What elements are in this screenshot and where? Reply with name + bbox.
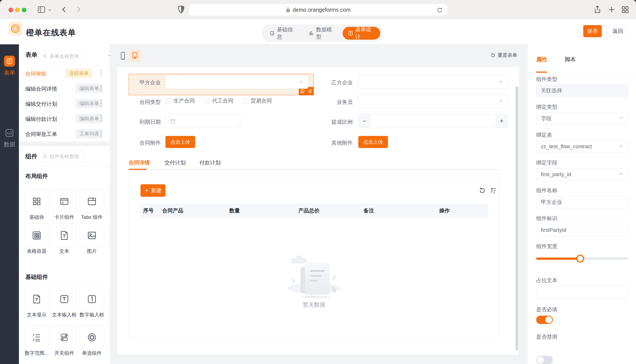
save-button[interactable]: 保存	[583, 25, 602, 37]
form-list-item[interactable]: 编辑合同详情 编辑表单	[19, 80, 110, 96]
tab-contract-detail[interactable]: 合同详情	[129, 159, 150, 166]
more-actions-icon[interactable]	[97, 130, 105, 137]
disabled-toggle[interactable]	[536, 356, 553, 364]
column-settings-icon[interactable]	[490, 187, 497, 195]
component-width-slider[interactable]	[536, 258, 628, 260]
components-panel: 组件 布局组件 基础块 卡片组件 Tabs	[19, 146, 110, 364]
rail-item-forms[interactable]: 表单	[0, 56, 19, 77]
commission-number-input[interactable]: − +	[358, 114, 508, 128]
mobile-preview-icon[interactable]	[119, 51, 127, 61]
form-list-item[interactable]: 编辑付款计划 编辑表单	[19, 111, 110, 126]
back-button-icon[interactable]	[60, 5, 68, 14]
bind-table-select[interactable]: zz_test_flow_contract	[536, 140, 628, 153]
component-name-input[interactable]	[536, 196, 628, 208]
field-label-due-date: 到期日期	[134, 118, 161, 126]
first-party-select[interactable]	[165, 75, 308, 89]
component-table-container[interactable]	[25, 223, 49, 248]
radio-label: 贸易合同	[251, 97, 272, 104]
tab-data-model[interactable]: 数据模型	[303, 27, 341, 40]
component-text[interactable]	[52, 223, 76, 248]
bind-table-value: zz_test_flow_contract	[541, 144, 592, 150]
zoom-window-button[interactable]	[22, 8, 26, 12]
reload-icon[interactable]	[436, 6, 443, 15]
create-row-button[interactable]: 新建	[140, 184, 165, 197]
tab-payment-plan[interactable]: 付款计划	[199, 159, 221, 166]
radio-option[interactable]: 代工合同	[204, 97, 233, 104]
form-list-item[interactable]: 合同审批 流程表单	[19, 66, 110, 80]
tab-script[interactable]: 脚本	[564, 56, 576, 64]
text-display-icon	[31, 294, 42, 304]
chevron-down-icon[interactable]	[48, 8, 52, 13]
close-window-button[interactable]	[9, 8, 13, 12]
desktop-preview-toggle[interactable]	[129, 49, 141, 62]
forward-button-icon[interactable]	[74, 5, 82, 14]
component-type-label: 组件类型	[536, 76, 557, 83]
component-radio[interactable]	[80, 325, 104, 350]
form-list-item[interactable]: 合同审批工单 工单列表	[19, 126, 110, 141]
component-card[interactable]	[52, 189, 76, 214]
due-date-input[interactable]	[165, 114, 240, 128]
sidebar-toggle-icon[interactable]	[37, 5, 46, 15]
decrease-icon[interactable]: −	[358, 114, 370, 128]
more-actions-icon[interactable]	[97, 84, 105, 92]
rail-item-data[interactable]: 数据	[0, 128, 19, 148]
component-text-input[interactable]	[52, 287, 76, 311]
form-sheet: 甲方企业 乙方企业 合同类型 生产合同 代工合同 贸易合同 业务员	[117, 67, 519, 354]
active-tab-underline	[129, 169, 147, 170]
component-image[interactable]	[80, 223, 104, 248]
left-panel: 表单 合同审批 流程表单 编辑合同详情 编辑表单	[19, 44, 110, 364]
reset-form-button[interactable]: 重置表单	[490, 52, 517, 58]
radio-option[interactable]: 贸易合同	[243, 97, 272, 104]
canvas-scrollbar[interactable]	[516, 86, 518, 351]
placeholder-text-input[interactable]	[536, 286, 628, 298]
side-rail: 表单 数据	[0, 44, 19, 364]
radio-option[interactable]: 生产合同	[166, 97, 195, 104]
back-button[interactable]: 返回	[608, 25, 628, 37]
salesman-select[interactable]	[358, 94, 508, 108]
component-label: 文本	[49, 248, 79, 254]
tab-overview-icon[interactable]	[621, 5, 629, 15]
bind-field-select[interactable]: first_party_id	[536, 168, 628, 181]
refresh-table-icon[interactable]	[479, 187, 486, 195]
privacy-shield-icon[interactable]	[176, 4, 186, 15]
component-basic-block[interactable]	[25, 189, 49, 214]
component-number-input[interactable]	[80, 287, 104, 311]
form-search-input[interactable]	[50, 54, 82, 59]
delete-icon[interactable]	[308, 89, 313, 94]
tab-properties[interactable]: 属性	[536, 56, 547, 64]
component-tabs[interactable]	[80, 189, 104, 214]
component-text-display[interactable]	[25, 287, 49, 311]
required-toggle[interactable]	[536, 316, 553, 324]
search-icon	[42, 54, 48, 59]
component-type-input	[536, 84, 628, 97]
component-id-label: 组件标识	[536, 215, 557, 222]
component-label: 单选组件	[77, 350, 107, 356]
tab-label: 数据模型	[316, 26, 336, 40]
number-input-icon	[87, 294, 97, 304]
slider-handle[interactable]	[576, 255, 584, 262]
other-upload-button[interactable]: 点击上传	[358, 136, 388, 148]
component-number-range[interactable]: 12	[25, 325, 49, 350]
increase-icon[interactable]: +	[496, 114, 507, 128]
contract-upload-button[interactable]: 点击上传	[165, 136, 195, 148]
main-area: 表单 数据 表单	[0, 44, 636, 364]
more-actions-icon[interactable]	[97, 114, 105, 122]
minimize-window-button[interactable]	[15, 8, 20, 12]
tab-form-design[interactable]: 表单设计	[343, 27, 380, 40]
component-search-input[interactable]	[50, 154, 82, 159]
create-row-label: 新建	[151, 187, 162, 194]
new-tab-icon[interactable]	[607, 5, 616, 15]
copy-icon[interactable]	[300, 89, 305, 94]
address-bar[interactable]: demo.orangeforms.com	[189, 4, 448, 16]
second-party-select[interactable]	[358, 75, 508, 89]
more-actions-icon[interactable]	[97, 100, 105, 107]
share-icon[interactable]	[593, 5, 602, 15]
tab-basic-info[interactable]: 基础信息	[264, 27, 302, 40]
component-id-input[interactable]	[536, 224, 628, 236]
tab-label: 基础信息	[277, 26, 297, 40]
tab-delivery-plan[interactable]: 交付计划	[164, 159, 186, 166]
more-actions-icon[interactable]	[97, 69, 105, 77]
bind-type-select[interactable]: 字段	[536, 112, 628, 125]
form-list-item[interactable]: 编辑交付计划 编辑表单	[19, 96, 110, 111]
component-switch[interactable]	[52, 325, 76, 350]
